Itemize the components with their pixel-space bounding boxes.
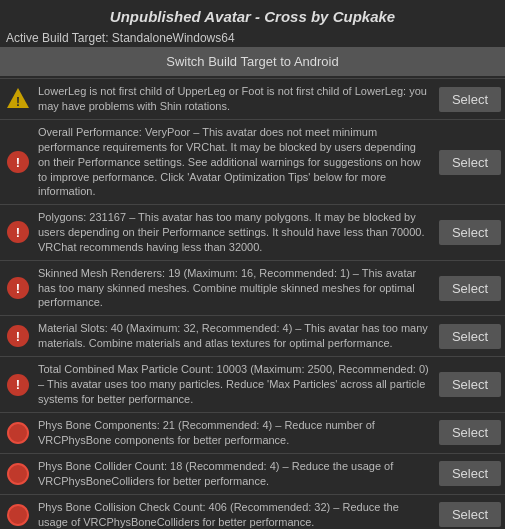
table-row: !Total Combined Max Particle Count: 1000… [0,356,505,412]
error-icon: ! [0,261,36,316]
row-message: Phys Bone Collider Count: 18 (Recommende… [36,454,435,494]
select-button-wrap: Select [435,495,505,529]
error-icon: ! [7,151,29,173]
table-row: Phys Bone Components: 21 (Recommended: 4… [0,412,505,453]
select-button[interactable]: Select [439,87,501,112]
error-icon: ! [0,316,36,356]
error-icon: ! [0,357,36,412]
select-button[interactable]: Select [439,372,501,397]
circle-red-icon [7,504,29,526]
row-message: Overall Performance: VeryPoor – This ava… [36,120,435,204]
select-button-wrap: Select [435,357,505,412]
build-target-label: Active Build Target: StandaloneWindows64 [6,31,235,45]
select-button[interactable]: Select [439,324,501,349]
circle-red-icon [0,495,36,529]
title: Unpublished Avatar - Cross by Cupkake [110,8,395,25]
select-button-wrap: Select [435,120,505,204]
table-row: Phys Bone Collision Check Count: 406 (Re… [0,494,505,529]
select-button-wrap: Select [435,454,505,494]
row-message: Phys Bone Components: 21 (Recommended: 4… [36,413,435,453]
switch-build-target-button[interactable]: Switch Build Target to Android [0,47,505,76]
warning-icon: ! [0,79,36,119]
table-row: !Overall Performance: VeryPoor – This av… [0,119,505,204]
select-button[interactable]: Select [439,150,501,175]
row-message: Total Combined Max Particle Count: 10003… [36,357,435,412]
select-button[interactable]: Select [439,461,501,486]
table-row: !Polygons: 231167 – This avatar has too … [0,204,505,260]
row-message: Polygons: 231167 – This avatar has too m… [36,205,435,260]
table-row: !Skinned Mesh Renderers: 19 (Maximum: 16… [0,260,505,316]
error-icon: ! [0,205,36,260]
select-button[interactable]: Select [439,220,501,245]
select-button[interactable]: Select [439,502,501,527]
build-target: Active Build Target: StandaloneWindows64 [0,29,505,47]
circle-red-icon [0,454,36,494]
table-row: !Material Slots: 40 (Maximum: 32, Recomm… [0,315,505,356]
select-button[interactable]: Select [439,276,501,301]
row-message: Phys Bone Collision Check Count: 406 (Re… [36,495,435,529]
table-row: !LowerLeg is not first child of UpperLeg… [0,78,505,119]
row-message: LowerLeg is not first child of UpperLeg … [36,79,435,119]
error-icon: ! [7,277,29,299]
select-button-wrap: Select [435,316,505,356]
select-button-wrap: Select [435,413,505,453]
circle-red-icon [7,463,29,485]
circle-red-icon [7,422,29,444]
circle-red-icon [0,413,36,453]
error-icon: ! [7,325,29,347]
warning-icon: ! [7,88,29,110]
table-row: Phys Bone Collider Count: 18 (Recommende… [0,453,505,494]
rows-container: !LowerLeg is not first child of UpperLeg… [0,78,505,529]
select-button-wrap: Select [435,79,505,119]
row-message: Skinned Mesh Renderers: 19 (Maximum: 16,… [36,261,435,316]
header: Unpublished Avatar - Cross by Cupkake [0,0,505,29]
select-button-wrap: Select [435,205,505,260]
error-icon: ! [0,120,36,204]
row-message: Material Slots: 40 (Maximum: 32, Recomme… [36,316,435,356]
select-button-wrap: Select [435,261,505,316]
error-icon: ! [7,221,29,243]
error-icon: ! [7,374,29,396]
select-button[interactable]: Select [439,420,501,445]
